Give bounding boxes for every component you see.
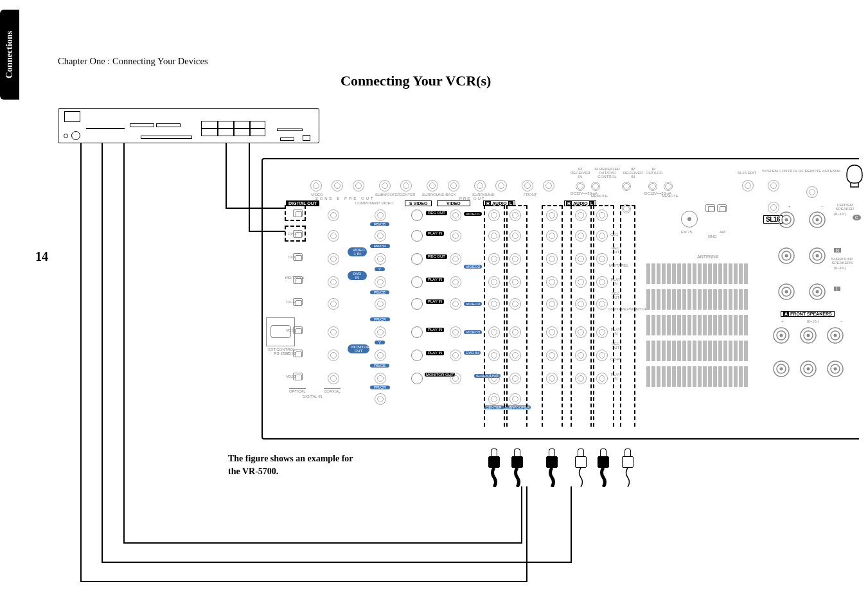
c-badge: C [853, 215, 861, 220]
jack-icon [375, 393, 386, 405]
video-header: VIDEO [437, 200, 470, 206]
label-ir-repeater: IR REPEATER OUT/DVD CONTROL [594, 167, 620, 179]
highlight-box [484, 205, 505, 427]
rca-plug-icon [511, 449, 523, 487]
jack-icon [375, 230, 386, 242]
binding-post-icon [826, 326, 844, 347]
jack-icon [768, 180, 779, 191]
vcr-detail [130, 123, 154, 127]
jack-icon [375, 350, 386, 361]
label-ir-out-lcd: IR OUT/LCD [646, 167, 662, 175]
jack-icon [450, 276, 461, 288]
highlight-box [620, 205, 635, 427]
highlight-box [593, 205, 614, 427]
rca-plug-icon [575, 449, 587, 487]
label-vds3: VDS3 [286, 375, 296, 378]
vcr-detail [277, 129, 303, 131]
svideo-jack [411, 209, 423, 221]
jack-icon [450, 209, 461, 221]
video3-pill: VIDEO3 [464, 302, 482, 306]
svg-point-11 [816, 254, 819, 258]
cable-line [249, 143, 250, 232]
am-label: AM [720, 230, 725, 234]
plus-label: + [781, 319, 784, 323]
impedance-label: (6~16 ) [834, 266, 846, 270]
chapter-breadcrumb: Chapter One : Connecting Your Devices [58, 56, 208, 67]
jack-icon [450, 350, 461, 361]
rca-plug-icon [622, 449, 633, 487]
cable-line [521, 486, 522, 544]
svg-point-29 [780, 368, 783, 371]
highlight-box [506, 205, 527, 427]
jack-icon [310, 180, 322, 191]
jack-icon [375, 253, 386, 265]
am-loop-antenna-icon [844, 164, 865, 188]
cable-line [80, 143, 82, 582]
rca-plug-icon [598, 449, 609, 487]
cable-line [123, 143, 125, 544]
plus-label: + [788, 204, 791, 208]
jack-icon [495, 180, 507, 191]
label-subwoofer: SUBWOOFER [375, 193, 400, 197]
jack-icon [400, 180, 412, 191]
center-speaker-label: CENTER SPEAKER [832, 203, 858, 211]
label-cdr: CD-R [286, 300, 296, 304]
cable-line [80, 581, 527, 582]
recout-label: REC OUT [426, 254, 447, 259]
binding-post-icon [808, 247, 826, 267]
monitorout-pill: MONITOR OUT [348, 344, 369, 353]
svg-point-20 [780, 334, 783, 337]
vcr-detail [303, 135, 310, 141]
antenna-label: ANTENNA [697, 254, 718, 259]
rca-plug-icon [546, 449, 558, 487]
jack-icon [375, 298, 386, 310]
label-remote: REMOTE [591, 194, 608, 198]
label-dc12v: DC12V==20mA [571, 191, 587, 195]
jack-icon [591, 182, 600, 191]
svideo-header: S VIDEO [405, 200, 432, 206]
jack-icon [328, 209, 339, 221]
r-badge: R [834, 248, 841, 253]
pbcb-pill: PB/CB [370, 364, 389, 368]
optical-label: OPTICAL [289, 388, 306, 393]
svideo-jack [411, 298, 423, 310]
highlight-box [542, 205, 563, 427]
heatsink-icon [646, 263, 748, 284]
prcr-pill: PR/CR [370, 244, 390, 248]
svg-point-5 [816, 218, 819, 222]
label-dc12v: DC12V==20mA [644, 191, 660, 195]
jack-icon [328, 350, 339, 361]
coaxial-label: COAXIAL [324, 388, 341, 393]
gnd-label: GND [708, 235, 716, 238]
cable-line [102, 562, 572, 563]
label-remote: REMOTE [662, 194, 678, 198]
jack-icon [622, 182, 631, 191]
heatsink-icon [646, 289, 748, 310]
figure-caption: The figure shows an example for the VR-5… [228, 452, 353, 477]
jack-icon [448, 180, 459, 191]
binding-post-icon [808, 283, 826, 303]
jack-icon [648, 182, 657, 191]
svideo-jack [411, 373, 423, 384]
heatsink-icon [646, 366, 748, 387]
jack-icon [450, 373, 461, 384]
jack-icon [450, 326, 461, 338]
l-badge: L [834, 287, 840, 291]
jack-icon [328, 230, 339, 242]
playin-label: PLAY IN [426, 299, 444, 304]
svideo-jack [411, 350, 423, 361]
binding-post-icon [777, 211, 795, 231]
recout-label: REC OUT [426, 211, 447, 215]
label-center: CENTER [400, 193, 416, 197]
video1in-pill: VIDEO 1 IN [348, 247, 367, 256]
front-speakers-header: AFRONT SPEAKERS [781, 311, 835, 317]
cable-line [102, 143, 103, 563]
playin-label: PLAY IN [426, 351, 444, 355]
cable-line [526, 486, 527, 582]
system-control-label: SYSTEM CONTROL [762, 169, 798, 173]
jack-icon [375, 209, 386, 221]
vcr-button-icon [64, 134, 68, 138]
y-pill: Y [375, 267, 385, 271]
prcr-pill: PR/CR [370, 317, 390, 321]
svg-point-14 [785, 290, 788, 294]
